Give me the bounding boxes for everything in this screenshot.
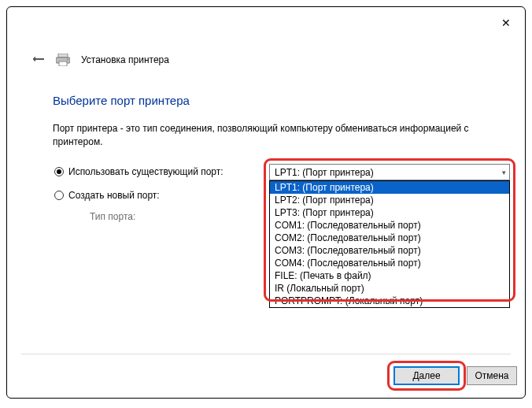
dialog-window: ✕ 🠔 Установка принтера Выберите порт при… (6, 6, 526, 399)
combobox-value: LPT1: (Порт принтера) (275, 167, 374, 178)
radio-create-new-port[interactable]: Создать новый порт: (54, 190, 160, 201)
dropdown-option[interactable]: COM1: (Последовательный порт) (270, 219, 509, 232)
section-description: Порт принтера - это тип соединения, позв… (53, 122, 482, 149)
button-label: Далее (412, 370, 440, 381)
section-heading: Выберите порт принтера (53, 94, 190, 107)
radio-label: Создать новый порт: (68, 190, 160, 201)
dropdown-option[interactable]: COM4: (Последовательный порт) (270, 257, 509, 269)
dropdown-option[interactable]: LPT2: (Порт принтера) (270, 194, 509, 206)
dropdown-option[interactable]: COM3: (Последовательный порт) (270, 244, 509, 257)
radio-icon (54, 167, 64, 176)
cancel-button[interactable]: Отмена (467, 366, 517, 385)
dropdown-option[interactable]: IR (Локальный порт) (270, 282, 509, 295)
port-type-label: Тип порта: (90, 211, 135, 222)
chevron-down-icon: ▾ (502, 169, 506, 176)
radio-use-existing-port[interactable]: Использовать существующий порт: (54, 166, 224, 177)
svg-rect-2 (59, 61, 67, 66)
titlebar: ✕ (501, 7, 525, 39)
dropdown-option[interactable]: FILE: (Печать в файл) (270, 269, 509, 282)
port-dropdown-list[interactable]: LPT1: (Порт принтера)LPT2: (Порт принтер… (269, 180, 510, 308)
dropdown-option[interactable]: PORTPROMPT: (Локальный порт) (270, 295, 509, 307)
footer-separator (21, 354, 511, 354)
button-label: Отмена (475, 370, 508, 381)
dropdown-option[interactable]: LPT1: (Порт принтера) (270, 181, 509, 194)
next-button[interactable]: Далее (393, 366, 460, 385)
dropdown-option[interactable]: COM2: (Последовательный порт) (270, 232, 509, 244)
radio-label: Использовать существующий порт: (68, 166, 224, 177)
back-arrow-icon[interactable]: 🠔 (32, 53, 45, 67)
port-combobox[interactable]: LPT1: (Порт принтера) ▾ (269, 164, 510, 180)
radio-icon (54, 191, 64, 200)
svg-rect-0 (58, 54, 68, 57)
dropdown-option[interactable]: LPT3: (Порт принтера) (270, 206, 509, 219)
svg-point-3 (67, 59, 68, 61)
printer-icon (56, 54, 70, 66)
wizard-header: 🠔 Установка принтера (32, 53, 169, 67)
close-icon[interactable]: ✕ (501, 17, 511, 28)
wizard-title: Установка принтера (81, 54, 169, 65)
